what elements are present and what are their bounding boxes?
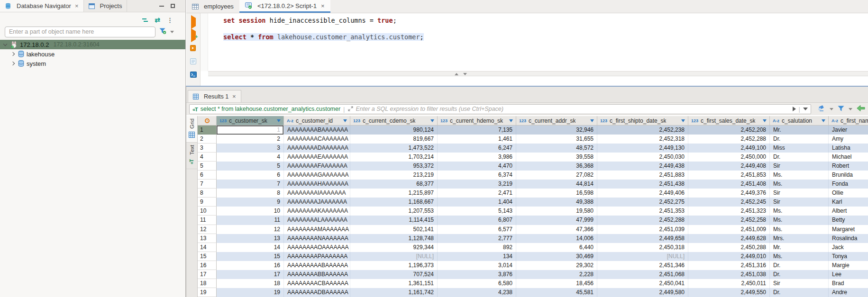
cell-c_customer_id[interactable]: AAAAAAAAHAAAAAAA — [284, 180, 350, 189]
cell-c_first_shipto_date_sk[interactable]: 2,451,068 — [597, 270, 688, 279]
row-number[interactable]: 18 — [198, 279, 217, 288]
cell-c_customer_sk[interactable]: 15 — [217, 252, 284, 261]
row-number[interactable]: 8 — [198, 189, 217, 198]
cell-c_current_cdemo_sk[interactable]: 213,219 — [350, 171, 438, 180]
erase-filter-icon[interactable] — [818, 105, 825, 113]
cell-c_current_hdemo_sk[interactable]: 7,135 — [438, 126, 516, 135]
cell-c_current_hdemo_sk[interactable]: 1,404 — [438, 198, 516, 207]
cell-c_customer_sk[interactable]: 10 — [217, 207, 284, 216]
chevron-down-icon[interactable] — [170, 31, 174, 33]
cell-c_current_addr_sk[interactable]: 6,440 — [516, 243, 597, 252]
tab-database-navigator[interactable]: Database Navigator × — [0, 0, 84, 12]
column-menu-icon[interactable] — [343, 119, 347, 122]
column-menu-icon[interactable] — [277, 119, 281, 122]
cell-c_first_shipto_date_sk[interactable]: [NULL] — [597, 252, 688, 261]
cell-c_current_cdemo_sk[interactable]: 707,524 — [350, 270, 438, 279]
cell-c_current_addr_sk[interactable]: 47,366 — [516, 225, 597, 234]
row-number[interactable]: 2 — [198, 135, 217, 144]
row-number[interactable]: 7 — [198, 180, 217, 189]
sql-editor[interactable]: + set session hide_inaccessible_columns … — [186, 13, 868, 71]
chevron-down-icon[interactable] — [849, 108, 852, 110]
cell-c_customer_id[interactable]: AAAAAAAADAAAAAAA — [284, 144, 350, 153]
explain-plan-icon[interactable] — [190, 58, 196, 66]
cell-c_customer_id[interactable]: AAAAAAAAFAAAAAAA — [284, 162, 350, 171]
cell-c_customer_id[interactable]: AAAAAAAADBAAAAAA — [284, 288, 350, 297]
cell-c_salutation[interactable]: Dr. — [770, 261, 829, 270]
tab-results-1[interactable]: Results 1 × — [188, 90, 241, 102]
cell-c_first_shipto_date_sk[interactable]: 2,452,288 — [597, 216, 688, 225]
cell-c_first_shipto_date_sk[interactable]: 2,449,438 — [597, 162, 688, 171]
cell-c_salutation[interactable]: Dr. — [770, 153, 829, 162]
expander-icon[interactable] — [11, 52, 15, 56]
tree-item-connection[interactable]: 172.18.0.2 172.18.0.2:31604 — [0, 40, 185, 49]
cell-c_current_addr_sk[interactable]: 31,655 — [516, 135, 597, 144]
cell-c_customer_id[interactable]: AAAAAAAAABAAAAAA — [284, 261, 350, 270]
cell-c_current_hdemo_sk[interactable]: 2,471 — [438, 189, 516, 198]
cell-c_current_addr_sk[interactable]: 36,368 — [516, 162, 597, 171]
cell-c_first_sales_date_sk[interactable]: 2,449,100 — [688, 144, 770, 153]
apply-filter-icon[interactable] — [793, 107, 796, 111]
cell-c_salutation[interactable]: Sir — [770, 279, 829, 288]
cell-c_first_name[interactable]: Margie — [829, 261, 868, 270]
cell-c_first_sales_date_sk[interactable]: 2,451,853 — [688, 171, 770, 180]
row-number[interactable]: 16 — [198, 261, 217, 270]
cell-c_customer_sk[interactable]: 8 — [217, 189, 284, 198]
cell-c_current_cdemo_sk[interactable]: 1,196,373 — [350, 261, 438, 270]
cell-c_customer_sk[interactable]: 11 — [217, 216, 284, 225]
cell-c_first_sales_date_sk[interactable]: 2,452,258 — [688, 216, 770, 225]
cell-c_current_cdemo_sk[interactable]: 1,114,415 — [350, 216, 438, 225]
cell-c_first_name[interactable]: Brad — [829, 279, 868, 288]
cell-c_current_addr_sk[interactable]: 2,228 — [516, 270, 597, 279]
row-number[interactable]: 1 — [198, 126, 217, 135]
link-with-editor-icon[interactable] — [155, 16, 160, 24]
cell-c_first_name[interactable]: Amy — [829, 135, 868, 144]
cell-c_current_addr_sk[interactable]: 14,006 — [516, 234, 597, 243]
cell-c_current_addr_sk[interactable]: 27,082 — [516, 171, 597, 180]
cell-c_current_hdemo_sk[interactable]: 3,219 — [438, 180, 516, 189]
cell-c_current_cdemo_sk[interactable]: 1,703,214 — [350, 153, 438, 162]
cell-c_current_hdemo_sk[interactable]: 6,580 — [438, 279, 516, 288]
cell-c_salutation[interactable]: Ms. — [770, 171, 829, 180]
cell-c_salutation[interactable]: Sir — [770, 198, 829, 207]
cell-c_current_cdemo_sk[interactable]: 1,215,897 — [350, 189, 438, 198]
cell-c_first_sales_date_sk[interactable]: 2,451,316 — [688, 261, 770, 270]
expand-filter-icon[interactable] — [348, 105, 353, 113]
cell-c_first_name[interactable]: Andre — [829, 288, 868, 297]
row-number[interactable]: 12 — [198, 225, 217, 234]
column-header-c_current_hdemo_sk[interactable]: 123c_current_hdemo_sk — [438, 116, 516, 126]
cell-c_customer_sk[interactable]: 7 — [217, 180, 284, 189]
cell-c_current_cdemo_sk[interactable]: 1,473,522 — [350, 144, 438, 153]
row-number[interactable]: 4 — [198, 153, 217, 162]
row-number[interactable]: 10 — [198, 207, 217, 216]
search-input[interactable] — [5, 27, 155, 37]
cell-c_customer_id[interactable]: AAAAAAAAMAAAAAAA — [284, 225, 350, 234]
presentation-tab-grid[interactable]: Grid — [186, 116, 197, 143]
column-header-c_customer_id[interactable]: A-zc_customer_id — [284, 116, 350, 126]
cell-c_first_name[interactable]: Latisha — [829, 144, 868, 153]
cell-c_customer_id[interactable]: AAAAAAAAGAAAAAAA — [284, 171, 350, 180]
open-sql-console-icon[interactable] — [190, 71, 197, 80]
cell-c_first_shipto_date_sk[interactable]: 2,450,041 — [597, 279, 688, 288]
column-header-c_customer_sk[interactable]: 123c_customer_sk — [217, 116, 284, 126]
cell-c_customer_sk[interactable]: 1 — [217, 126, 284, 135]
row-number[interactable]: 19 — [198, 288, 217, 297]
cell-c_customer_id[interactable]: AAAAAAAACAAAAAAA — [284, 135, 350, 144]
row-number[interactable]: 13 — [198, 234, 217, 243]
cell-c_first_name[interactable]: Rosalinda — [829, 234, 868, 243]
cell-c_customer_sk[interactable]: 4 — [217, 153, 284, 162]
cell-c_first_shipto_date_sk[interactable]: 2,451,346 — [597, 261, 688, 270]
cell-c_customer_sk[interactable]: 2 — [217, 135, 284, 144]
presentation-tab-text[interactable]: Text — [186, 143, 197, 169]
cell-c_salutation[interactable]: Sir — [770, 189, 829, 198]
cell-c_current_hdemo_sk[interactable]: 6,577 — [438, 225, 516, 234]
cell-c_current_addr_sk[interactable]: 39,558 — [516, 153, 597, 162]
cell-c_customer_sk[interactable]: 9 — [217, 198, 284, 207]
cell-c_current_addr_sk[interactable]: 49,388 — [516, 198, 597, 207]
cell-c_first_shipto_date_sk[interactable]: 2,452,318 — [597, 135, 688, 144]
cell-c_first_name[interactable]: Margaret — [829, 225, 868, 234]
cell-c_first_shipto_date_sk[interactable]: 2,451,353 — [597, 207, 688, 216]
cell-c_current_hdemo_sk[interactable]: 6,807 — [438, 216, 516, 225]
cell-c_current_hdemo_sk[interactable]: 3,876 — [438, 270, 516, 279]
row-number[interactable]: 3 — [198, 144, 217, 153]
cell-c_first_name[interactable]: Javier — [829, 126, 868, 135]
